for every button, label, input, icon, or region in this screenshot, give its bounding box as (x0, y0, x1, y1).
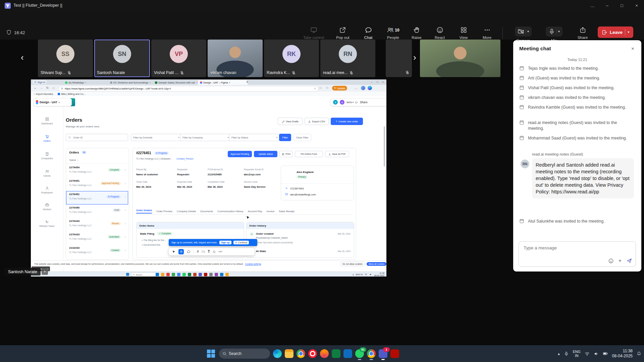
refresh-icon[interactable]: ↻ (45, 85, 50, 90)
sidebar-item-vendors[interactable]: Vendors (31, 203, 63, 210)
tab-documents[interactable]: Documents (200, 210, 213, 213)
firefox-icon[interactable] (320, 349, 329, 358)
notification-bell-icon[interactable] (637, 351, 641, 356)
taskbar-app-icon[interactable] (156, 273, 159, 276)
remote-lang[interactable]: ENG IN (356, 274, 363, 276)
edge-icon[interactable] (273, 349, 282, 358)
tab-sales-receipt[interactable]: Sales Receipt (279, 210, 294, 213)
order-row[interactable]: 2276433TL Flex Holdings LLC Submitted› (66, 231, 128, 245)
component-tool-icon[interactable]: ◇ (213, 250, 216, 253)
browser-tab-dc-divisions[interactable]: DC Divisions and Surroundings × (108, 80, 155, 85)
message-compose-box[interactable]: + (519, 241, 636, 267)
present-play-icon[interactable]: ▷ (356, 101, 358, 104)
taskbar-search[interactable]: Search (219, 349, 270, 359)
text-tool-icon[interactable]: T (208, 250, 210, 253)
sidebar-item-employees[interactable]: Employees (31, 186, 63, 194)
taskbar-app-icon[interactable] (199, 273, 202, 276)
favorites-icon[interactable]: ☆ (325, 85, 330, 90)
create-order-button[interactable]: + Create new order (331, 118, 363, 125)
participant-tile-partial[interactable] (386, 40, 412, 77)
browser-maximize-icon[interactable]: □ (376, 81, 378, 83)
figma-share-button[interactable]: Share (360, 101, 368, 104)
taskbar-app-icon[interactable] (193, 273, 197, 276)
tab-close-icon[interactable]: × (229, 81, 230, 84)
titlebar-more-icon[interactable]: … (585, 0, 600, 11)
order-row[interactable]: 2216433TL Flex Holdings LLC Created› (66, 245, 128, 258)
tray-chevron-icon[interactable]: ▴ (558, 352, 560, 356)
outlook-icon[interactable] (343, 349, 352, 358)
split-screen-icon[interactable]: □ (318, 85, 323, 90)
browser-tab-figma-active[interactable]: Design - UAT – Figma × (198, 80, 248, 85)
tab-company-details[interactable]: Company Details (177, 210, 196, 213)
acrobat-icon[interactable] (390, 349, 399, 358)
order-id-search[interactable] (66, 134, 128, 141)
browser-menu-icon[interactable]: … (354, 85, 359, 90)
remote-start-icon[interactable] (126, 273, 129, 276)
figma-file-chip[interactable]: Design - UAT ▾ (34, 98, 72, 106)
sidebar-item-dashboard[interactable]: Dashboard (31, 117, 63, 125)
presenter-pin-button[interactable]: + (42, 268, 48, 275)
order-row[interactable]: 2279451TL Flex Holdings LLC Approval Pen… (66, 178, 128, 191)
send-icon[interactable] (626, 258, 632, 264)
collaborator-avatar[interactable]: A (340, 100, 344, 105)
allow-cookies-button[interactable]: Allow all cookies (367, 262, 386, 266)
tray-mic-icon[interactable] (564, 351, 569, 356)
taskbar-app-icon[interactable] (172, 273, 175, 276)
taskbar-app-icon[interactable] (166, 273, 170, 276)
shape-tool-icon[interactable]: □▾ (202, 250, 205, 253)
order-row-selected[interactable]: 2276451TL Flex Holdings LLC In Progress› (66, 191, 128, 204)
filter-domicile-select[interactable]: Filter by Domicile▾ (131, 134, 182, 141)
participant-tile[interactable]: SS Shivani Sup... (38, 40, 93, 77)
favorites-bills-link[interactable]: Bills | Billing and Co... (58, 93, 85, 96)
language-switcher[interactable]: ENGIN (573, 350, 581, 358)
participant-tile[interactable]: RN read.ai mee... (320, 40, 375, 77)
order-row[interactable]: 2279454TL Flex Holdings LLC Complete› (66, 164, 128, 178)
save-as-pdf-button[interactable]: Save as PDF (325, 151, 349, 157)
order-id-input[interactable] (72, 136, 117, 139)
leave-chevron-icon[interactable]: ▾ (628, 31, 629, 34)
remote-search[interactable]: Search (131, 273, 156, 277)
hand-tool-icon-active[interactable] (178, 249, 184, 254)
share-button[interactable]: Share (577, 26, 588, 42)
participant-tile[interactable]: VP Vishal Patil ... (151, 40, 206, 77)
filter-status-select[interactable]: Filter by Status▾ (229, 134, 280, 141)
strip-scroll-left-icon[interactable]: ‹ (21, 52, 24, 63)
fill-online-form-button[interactable]: Fill Online Form (295, 151, 323, 157)
cursor-tool-icon[interactable] (172, 250, 175, 254)
taskbar-app-icon[interactable] (225, 273, 229, 276)
list-name-header[interactable]: Name↓ (69, 159, 78, 162)
volume-icon[interactable] (594, 351, 599, 356)
wifi-icon[interactable] (585, 351, 590, 356)
sidebar-item-orders[interactable]: Orders (31, 134, 63, 142)
start-button[interactable] (206, 349, 216, 359)
participant-tile-active-speaker[interactable]: SN Santosh Narate (94, 40, 150, 77)
whatsapp-icon[interactable]: 81 (355, 349, 364, 358)
favorites-import-button[interactable]: ↓ Import favorites (34, 93, 53, 96)
zoom-control[interactable]: 94%▾ (346, 101, 354, 104)
cookie-settings-link[interactable]: Cookies settings (245, 263, 261, 265)
attach-plus-icon[interactable]: + (619, 258, 622, 263)
copilot-icon[interactable] (368, 86, 372, 90)
tab-communication-history[interactable]: Communication History (217, 210, 244, 213)
leave-button[interactable]: Leave ▾ (598, 26, 633, 38)
deny-cookies-button[interactable]: Do not allow cookies (340, 262, 365, 266)
print-button[interactable]: Print (279, 151, 293, 157)
participant-tile-video-large[interactable] (420, 40, 500, 77)
google-continue-button[interactable]: G Continue (233, 241, 249, 244)
tab-close-icon[interactable]: × (196, 81, 198, 84)
url-bar[interactable]: https://www.figma.com/design/9BKQ0FOHRWa… (58, 86, 319, 92)
browser-profile-avatar[interactable] (361, 86, 365, 90)
participant-tile[interactable]: RK Ravindra K... (264, 40, 319, 77)
tab-order-details[interactable]: Order Details (136, 209, 152, 214)
new-tab-icon[interactable]: + (246, 80, 248, 84)
strip-scroll-right-icon[interactable]: › (413, 52, 416, 63)
file-explorer-icon[interactable] (285, 349, 293, 358)
tab-invoice[interactable]: Invoice (267, 210, 275, 213)
close-icon[interactable]: × (629, 0, 644, 11)
order-row[interactable]: 2276450TL Flex Holdings LLC Draft› (66, 204, 128, 218)
taskbar-app-icon[interactable] (182, 273, 186, 276)
battery-icon[interactable] (603, 351, 608, 356)
minimize-icon[interactable]: – (600, 0, 614, 11)
message-input[interactable] (523, 245, 628, 251)
tab-close-icon[interactable]: × (149, 81, 151, 84)
